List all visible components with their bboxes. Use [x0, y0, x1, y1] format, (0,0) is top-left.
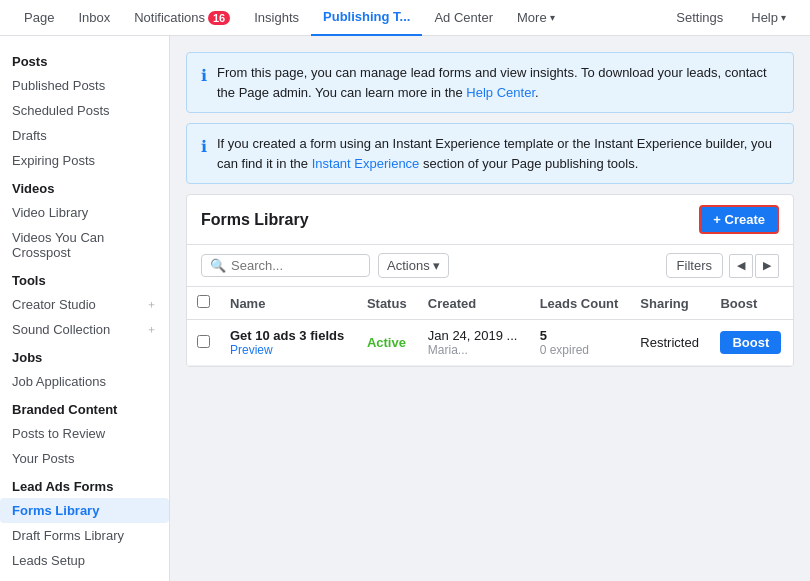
select-all-checkbox[interactable]	[197, 295, 210, 308]
nav-item-help[interactable]: Help ▾	[739, 0, 798, 36]
sidebar-item-draft-forms-library[interactable]: Draft Forms Library	[0, 523, 169, 548]
help-center-link[interactable]: Help Center	[466, 85, 535, 100]
header-checkbox-cell	[187, 287, 220, 320]
col-created: Created	[418, 287, 530, 320]
filters-button[interactable]: Filters	[666, 253, 723, 278]
sidebar-section-videos: Videos	[0, 173, 169, 200]
sidebar-item-forms-library[interactable]: Forms Library	[0, 498, 169, 523]
nav-item-publishing[interactable]: Publishing T...	[311, 0, 422, 36]
info-icon-1: ℹ	[201, 64, 207, 102]
main-content: ℹ From this page, you can manage lead fo…	[170, 36, 810, 581]
row-boost-cell: Boost	[710, 320, 793, 366]
sidebar-item-posts-to-review[interactable]: Posts to Review	[0, 421, 169, 446]
sidebar-item-published-posts[interactable]: Published Posts	[0, 73, 169, 98]
sidebar-section-posts: Posts	[0, 46, 169, 73]
info-banner-2-text: If you created a form using an Instant E…	[217, 134, 779, 173]
nav-item-notifications[interactable]: Notifications 16	[122, 0, 242, 36]
row-created-cell: Jan 24, 2019 ... Maria...	[418, 320, 530, 366]
search-icon: 🔍	[210, 258, 226, 273]
col-boost: Boost	[710, 287, 793, 320]
sidebar-section-tools: Tools	[0, 265, 169, 292]
col-leads-count: Leads Count	[530, 287, 631, 320]
next-page-button[interactable]: ▶	[755, 254, 779, 278]
col-sharing: Sharing	[630, 287, 710, 320]
created-date: Jan 24, 2019 ...	[428, 328, 520, 343]
table-row: Get 10 ads 3 fields Preview Active Jan 2…	[187, 320, 793, 366]
forms-library-card: Forms Library + Create 🔍 Actions ▾ Filte…	[186, 194, 794, 367]
col-name: Name	[220, 287, 357, 320]
form-status: Active	[367, 335, 406, 350]
help-dropdown-icon: ▾	[781, 12, 786, 23]
info-banner-2: ℹ If you created a form using an Instant…	[186, 123, 794, 184]
sidebar-section-branded-content: Branded Content	[0, 394, 169, 421]
forms-library-title: Forms Library	[201, 211, 309, 229]
nav-items-left: Page Inbox Notifications 16 Insights Pub…	[12, 0, 567, 36]
sidebar-item-videos-crosspost[interactable]: Videos You Can Crosspost	[0, 225, 169, 265]
sidebar-item-scheduled-posts[interactable]: Scheduled Posts	[0, 98, 169, 123]
sidebar: Posts Published Posts Scheduled Posts Dr…	[0, 36, 170, 581]
top-navigation: Page Inbox Notifications 16 Insights Pub…	[0, 0, 810, 36]
instant-experience-link[interactable]: Instant Experience	[312, 156, 420, 171]
sidebar-item-creator-studio[interactable]: Creator Studio ＋	[0, 292, 169, 317]
main-layout: Posts Published Posts Scheduled Posts Dr…	[0, 36, 810, 581]
sidebar-section-lead-ads-forms: Lead Ads Forms	[0, 471, 169, 498]
actions-button[interactable]: Actions ▾	[378, 253, 449, 278]
row-status-cell: Active	[357, 320, 418, 366]
info-banner-1-text: From this page, you can manage lead form…	[217, 63, 779, 102]
create-button[interactable]: + Create	[699, 205, 779, 234]
sidebar-item-job-applications[interactable]: Job Applications	[0, 369, 169, 394]
nav-item-adcenter[interactable]: Ad Center	[422, 0, 505, 36]
sound-collection-expand-icon: ＋	[146, 322, 157, 337]
nav-item-settings[interactable]: Settings	[664, 0, 735, 36]
nav-items-right: Settings Help ▾	[664, 0, 798, 36]
search-box: 🔍	[201, 254, 370, 277]
row-checkbox[interactable]	[197, 335, 210, 348]
row-name-cell: Get 10 ads 3 fields Preview	[220, 320, 357, 366]
nav-item-page[interactable]: Page	[12, 0, 66, 36]
sidebar-item-drafts[interactable]: Drafts	[0, 123, 169, 148]
prev-page-button[interactable]: ◀	[729, 254, 753, 278]
leads-count: 5	[540, 328, 621, 343]
col-status: Status	[357, 287, 418, 320]
created-by: Maria...	[428, 343, 520, 357]
info-banner-1: ℹ From this page, you can manage lead fo…	[186, 52, 794, 113]
sidebar-item-expiring-posts[interactable]: Expiring Posts	[0, 148, 169, 173]
row-sharing-cell: Restricted	[630, 320, 710, 366]
info-icon-2: ℹ	[201, 135, 207, 173]
table-header-row: Name Status Created Leads Count Sharing …	[187, 287, 793, 320]
leads-expired: 0 expired	[540, 343, 621, 357]
notifications-badge: 16	[208, 11, 230, 25]
nav-item-inbox[interactable]: Inbox	[66, 0, 122, 36]
nav-item-more[interactable]: More ▾	[505, 0, 567, 36]
row-leads-cell: 5 0 expired	[530, 320, 631, 366]
table-wrap: Name Status Created Leads Count Sharing …	[187, 287, 793, 366]
nav-item-insights[interactable]: Insights	[242, 0, 311, 36]
more-dropdown-icon: ▾	[550, 12, 555, 23]
actions-dropdown-icon: ▾	[433, 258, 440, 273]
boost-button[interactable]: Boost	[720, 331, 781, 354]
sidebar-section-instant-experience: Instant Experience (Canvas)	[0, 573, 169, 581]
form-preview-link[interactable]: Preview	[230, 343, 347, 357]
row-checkbox-cell	[187, 320, 220, 366]
sidebar-item-sound-collection[interactable]: Sound Collection ＋	[0, 317, 169, 342]
form-name: Get 10 ads 3 fields	[230, 328, 347, 343]
pagination-arrows: ◀ ▶	[729, 254, 779, 278]
creator-studio-expand-icon: ＋	[146, 297, 157, 312]
toolbar: 🔍 Actions ▾ Filters ◀ ▶	[187, 245, 793, 287]
card-header: Forms Library + Create	[187, 195, 793, 245]
sharing-status: Restricted	[640, 335, 699, 350]
sidebar-item-your-posts[interactable]: Your Posts	[0, 446, 169, 471]
sidebar-item-leads-setup[interactable]: Leads Setup	[0, 548, 169, 573]
sidebar-section-jobs: Jobs	[0, 342, 169, 369]
toolbar-right: Filters ◀ ▶	[666, 253, 779, 278]
search-input[interactable]	[231, 258, 361, 273]
toolbar-left: 🔍 Actions ▾	[201, 253, 449, 278]
sidebar-item-video-library[interactable]: Video Library	[0, 200, 169, 225]
forms-table: Name Status Created Leads Count Sharing …	[187, 287, 793, 366]
